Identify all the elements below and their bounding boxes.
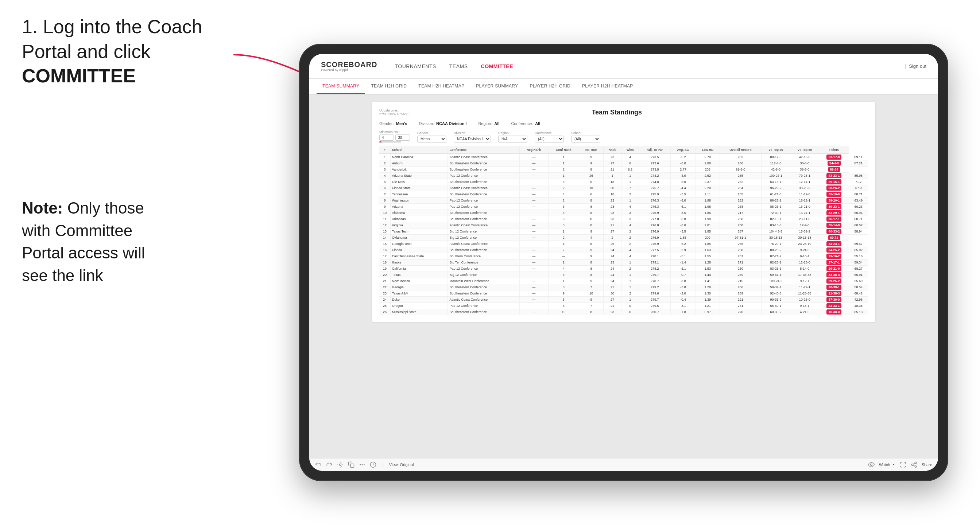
table-cell[interactable]: Duke — [390, 297, 448, 303]
copy-icon[interactable] — [348, 461, 355, 468]
sub-nav-team-summary[interactable]: TEAM SUMMARY — [317, 79, 365, 94]
table-cell: -1.4 — [671, 259, 695, 266]
share-icon[interactable] — [911, 461, 917, 468]
col-vs-top-50: Vs Top 50 — [790, 146, 819, 154]
table-cell: 23 — [379, 290, 390, 297]
table-cell[interactable]: Georgia Tech — [390, 241, 448, 247]
sub-nav-player-summary[interactable]: PLAYER SUMMARY — [470, 79, 524, 94]
table-cell: 2 — [379, 160, 390, 167]
table-cell: Big 12 Conference — [448, 235, 519, 241]
table-cell: 21 — [603, 222, 621, 229]
table-cell[interactable]: Washington — [390, 198, 448, 204]
table-row: 5Ole MissSoutheastern Conference—3618127… — [379, 179, 868, 185]
table-cell: — — [519, 160, 548, 167]
settings-icon[interactable] — [337, 461, 344, 468]
table-cell: 9-10-1 — [790, 253, 819, 259]
table-cell: 60.57 — [849, 222, 868, 229]
table-cell[interactable]: Tennessee — [390, 191, 448, 198]
table-cell: -5.1 — [671, 253, 695, 259]
nav-committee[interactable]: COMMITTEE — [481, 62, 514, 71]
conference-filter-display: Conference: All — [511, 121, 540, 126]
table-cell[interactable]: Arizona — [390, 204, 448, 210]
region-value: All — [494, 121, 499, 126]
table-cell[interactable]: Florida — [390, 247, 448, 253]
table-cell: 5 — [548, 210, 579, 216]
table-cell: — — [519, 241, 548, 247]
table-cell[interactable]: Alabama — [390, 210, 448, 216]
table-cell[interactable]: Georgia — [390, 284, 448, 290]
table-cell[interactable]: Oregon — [390, 303, 448, 309]
table-cell: 4 — [622, 253, 639, 259]
header-row: # School Conference Reg Rank Conf Rank N… — [379, 146, 868, 154]
table-cell: 255 — [720, 191, 762, 198]
table-row: 20TexasBig 12 Conference—38241279.7-0.71… — [379, 272, 868, 278]
table-cell: 83-25-1 — [761, 266, 790, 272]
table-cell: Atlantic Coast Conference — [448, 241, 519, 247]
sub-nav-team-h2h-heatmap[interactable]: TEAM H2H HEATMAP — [412, 79, 470, 94]
table-cell[interactable]: California — [390, 266, 448, 272]
svg-rect-2 — [350, 464, 354, 468]
table-cell[interactable]: Texas Tech — [390, 229, 448, 235]
view-original-btn[interactable]: View: Original — [389, 462, 414, 467]
min-rounds-to[interactable] — [395, 135, 410, 141]
clock-icon[interactable] — [370, 461, 376, 468]
redo-icon[interactable] — [326, 461, 332, 468]
table-cell[interactable]: East Tennessee State — [390, 253, 448, 259]
nav-tournaments[interactable]: TOURNAMENTS — [395, 62, 436, 71]
table-cell[interactable]: Mississippi State — [390, 309, 448, 315]
table-cell[interactable]: Texas A&M — [390, 290, 448, 297]
table-cell: 10-30-0 — [819, 309, 849, 315]
watch-btn[interactable]: Watch — [879, 462, 896, 467]
share-label[interactable]: Share — [922, 462, 932, 467]
table-cell: 88-17-0 — [761, 154, 790, 160]
expand-icon[interactable] — [900, 461, 906, 468]
table-cell: -5.0 — [671, 179, 695, 185]
table-cell: Southeastern Conference — [448, 167, 519, 173]
table-cell[interactable]: Auburn — [390, 160, 448, 167]
min-rounds-from[interactable] — [379, 135, 394, 141]
table-cell[interactable]: New Mexico — [390, 278, 448, 284]
table-cell: 65.13 — [849, 309, 868, 315]
conference-select[interactable]: (All) — [535, 136, 564, 143]
more-icon[interactable] — [359, 461, 366, 468]
school-select[interactable]: (All) — [571, 136, 600, 143]
division-group: Division NCAA Division I — [454, 131, 491, 143]
bottom-toolbar: | View: Original Watch Share — [309, 458, 938, 471]
toolbar-sep: | — [382, 462, 383, 467]
table-cell[interactable]: Oklahoma — [390, 235, 448, 241]
sub-nav-player-h2h-grid[interactable]: PLAYER H2H GRID — [524, 79, 576, 94]
table-cell: — — [519, 191, 548, 198]
slider[interactable] — [379, 141, 401, 143]
svg-point-8 — [915, 462, 916, 464]
col-points: Points — [819, 146, 849, 154]
table-cell: 270 — [720, 309, 762, 315]
sub-nav-team-h2h-grid[interactable]: TEAM H2H GRID — [365, 79, 412, 94]
division-filter-display: Division: NCAA Division I — [419, 121, 466, 126]
table-cell: 4 — [548, 266, 579, 272]
division-select[interactable]: NCAA Division I — [454, 136, 491, 143]
table-cell: 2 — [622, 241, 639, 247]
table-cell[interactable]: Ole Miss — [390, 179, 448, 185]
table-cell[interactable]: North Carolina — [390, 154, 448, 160]
table-cell[interactable]: Arizona State — [390, 173, 448, 179]
table-cell: Atlantic Coast Conference — [448, 297, 519, 303]
table-cell[interactable]: Illinois — [390, 259, 448, 266]
col-reg-rank: Reg Rank — [519, 146, 548, 154]
nav-teams[interactable]: TEAMS — [449, 62, 468, 71]
region-select[interactable]: N/A — [498, 136, 527, 143]
table-cell: 1.85 — [695, 241, 719, 247]
table-cell: 23 — [603, 154, 621, 160]
table-cell[interactable]: Vanderbilt — [390, 167, 448, 173]
sub-nav-player-h2h-heatmap[interactable]: PLAYER H2H HEATMAP — [576, 79, 639, 94]
table-cell: 76-29-1 — [761, 241, 790, 247]
gender-select[interactable]: Men's — [417, 136, 446, 143]
table-cell[interactable]: Florida State — [390, 185, 448, 191]
table-cell[interactable]: Texas — [390, 272, 448, 278]
table-cell: 8 — [548, 284, 579, 290]
table-cell[interactable]: Arkansas — [390, 216, 448, 222]
col-wins: Wins — [622, 146, 639, 154]
table-cell: 8 — [579, 222, 603, 229]
sign-out-link[interactable]: Sign out — [909, 63, 926, 69]
table-cell[interactable]: Virginia — [390, 222, 448, 229]
undo-icon[interactable] — [315, 461, 322, 468]
